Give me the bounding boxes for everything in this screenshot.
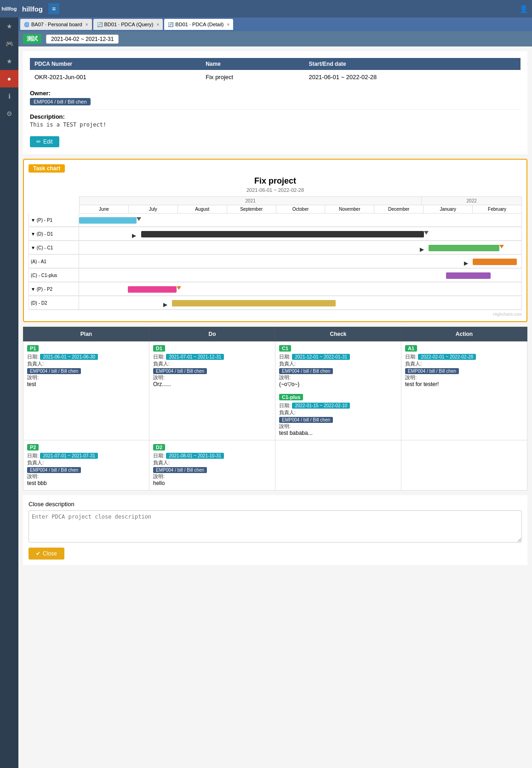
col-name: Name — [201, 58, 304, 70]
sidebar-icon-game[interactable]: 🎮 — [0, 35, 18, 52]
c1plus-desc: test bababa... — [279, 430, 313, 436]
arrow-c1: ▶ — [420, 246, 424, 253]
do-2: D2 日期: 2021-08-01 ~ 2021-10-31 負責人: EMP0… — [149, 440, 275, 491]
p2-desc-label: 說明: — [27, 474, 39, 479]
sidebar: hillfog ★ 🎮 ★ ● ℹ ⚙ — [0, 0, 18, 768]
task-chart-container: Task chart Fix project 2021-06-01 ~ 2022… — [23, 159, 527, 322]
bar-d1 — [141, 231, 424, 237]
row-bars-p1 — [79, 214, 522, 227]
arrow-p2-corner — [177, 286, 181, 290]
tab-bd01-detail-close[interactable]: × — [227, 22, 230, 27]
topbar-left: hillfog ≡ — [22, 3, 59, 14]
tabs-bar: 🌀 BA07 · Personal board × 🔄 BD01 · PDCA … — [18, 17, 532, 31]
year-2021: 2021 — [80, 197, 422, 205]
arrow-p1-down — [137, 217, 141, 221]
edit-button[interactable]: ✏ Edit — [30, 136, 59, 147]
info-section: PDCA Number Name Start/End date OKR-2021… — [23, 51, 527, 154]
c1plus-desc-label: 說明: — [279, 423, 291, 429]
tab-ba07-icon: 🌀 — [24, 22, 29, 27]
tab-bd01-detail[interactable]: 🔄 BD01 · PDCA (Detail) × — [164, 19, 233, 30]
pdca-table: Plan Do Check Action P1 日期: 2021-06-01 ~… — [23, 327, 527, 491]
row-label-d2: (D) - D2 — [29, 296, 79, 310]
month-december: December — [374, 205, 423, 213]
col-do: Do — [149, 327, 275, 341]
p2-date: 2021-07-01 ~ 2021-07-31 — [40, 453, 98, 459]
c1plus-owner-label: 負責人: — [279, 410, 296, 415]
user-icon[interactable]: 👤 — [519, 5, 528, 13]
highcharts-credit: Highcharts.com — [29, 310, 522, 317]
check-1: C1 日期: 2021-12-01 ~ 2022-01-31 負責人: EMP0… — [275, 341, 401, 440]
tab-bd01-query-icon: 🔄 — [97, 22, 103, 27]
d2-desc-label: 說明: — [153, 474, 165, 479]
divider-1 — [30, 109, 521, 110]
row-label-c1plus: (C) - C1-plus — [29, 269, 79, 282]
c1plus-date: 2022-01-15 ~ 2022-02-10 — [292, 403, 350, 409]
a1-desc-label: 說明: — [405, 375, 417, 380]
close-textarea[interactable] — [29, 510, 522, 543]
month-october: October — [276, 205, 326, 213]
plan-1: P1 日期: 2021-06-01 ~ 2021-06-30 負責人: EMP0… — [23, 341, 149, 440]
pdca-date-value: 2021-06-01 ~ 2022-02-28 — [304, 70, 521, 84]
row-label-a1: (A) - A1 — [29, 255, 79, 268]
p1-desc-label: 說明: — [27, 375, 39, 380]
info-table: PDCA Number Name Start/End date OKR-2021… — [30, 58, 521, 84]
month-september: September — [227, 205, 276, 213]
menu-button[interactable]: ≡ — [48, 3, 59, 14]
month-february: February — [473, 205, 521, 213]
sub-header: 測試 2021-04-02 ~ 2021-12-31 — [18, 31, 532, 46]
p2-desc: test bbb — [27, 480, 47, 486]
topbar: hillfog ≡ 👤 — [18, 0, 532, 17]
bar-a1 — [473, 259, 517, 265]
tab-ba07-close[interactable]: × — [86, 22, 88, 27]
action-1: A1 日期: 2022-02-01 ~ 2022-02-28 負責人: EMP0… — [401, 341, 527, 440]
p2-owner-label: 負責人: — [27, 460, 44, 465]
a1-owner-label: 負責人: — [405, 361, 422, 366]
tab-ba07[interactable]: 🌀 BA07 · Personal board × — [20, 19, 92, 30]
sidebar-icon-star[interactable]: ★ — [0, 17, 18, 35]
row-label-c1: ▼ (C) - C1 — [29, 241, 79, 254]
tab-bd01-query[interactable]: 🔄 BD01 · PDCA (Query) × — [93, 19, 163, 30]
month-june: June — [80, 205, 129, 213]
pdca-number-value: OKR-2021-Jun-001 — [30, 70, 201, 84]
badge-d1: D1 — [153, 345, 165, 352]
p2-owner: EMP004 / bill / Bill chen — [27, 467, 81, 473]
tab-bd01-detail-label: BD01 · PDCA (Detail) — [175, 22, 223, 27]
tab-bd01-query-close[interactable]: × — [157, 22, 160, 27]
sidebar-icon-settings[interactable]: ⚙ — [0, 105, 18, 122]
bar-p2 — [128, 286, 177, 293]
badge-c1: C1 — [279, 345, 291, 352]
do-1: D1 日期: 2021-07-01 ~ 2021-12-31 負責人: EMP0… — [149, 341, 275, 440]
gantt-row-d2: (D) - D2 ▶ — [29, 296, 522, 310]
arrow-c1-corner — [499, 245, 504, 248]
row-label-d1: ▼ (D) - D1 — [29, 227, 79, 241]
gantt-row-p2: ▼ (P) - P2 — [29, 283, 522, 296]
pdca-name-value: Fix project — [201, 70, 304, 84]
row-bars-p2 — [79, 283, 522, 296]
col-pdca-number: PDCA Number — [30, 58, 201, 70]
close-label: Close description — [29, 501, 522, 508]
sidebar-icon-info[interactable]: ℹ — [0, 87, 18, 105]
arrow-d1-down — [424, 231, 429, 235]
gantt-row-p1: ▼ (P) - P1 — [29, 214, 522, 227]
c1plus-owner: EMP004 / bill / Bill chen — [279, 417, 333, 423]
pdca-row-2: P2 日期: 2021-07-01 ~ 2021-07-31 負責人: EMP0… — [23, 440, 527, 491]
row-bars-a1: ▶ — [79, 255, 522, 268]
pdca-row-1: P1 日期: 2021-06-01 ~ 2021-06-30 負責人: EMP0… — [23, 341, 527, 440]
edit-icon: ✏ — [36, 139, 41, 145]
sidebar-icon-fav[interactable]: ★ — [0, 52, 18, 70]
d2-owner-label: 負責人: — [153, 460, 170, 465]
c1-date: 2021-12-01 ~ 2022-01-31 — [292, 354, 350, 360]
d1-owner-label: 負責人: — [153, 361, 170, 366]
owner-row: Owner: EMP004 / bill / Bill chen — [30, 90, 521, 105]
description-row: Description: This is a TEST project! — [30, 113, 521, 128]
a1-date-label: 日期: — [405, 354, 417, 359]
p1-date-label: 日期: — [27, 354, 39, 359]
a1-owner: EMP004 / bill / Bill chen — [405, 368, 459, 374]
owner-tag: EMP004 / bill / Bill chen — [30, 98, 91, 105]
sidebar-icon-active[interactable]: ● — [0, 70, 18, 87]
close-button[interactable]: ✔ Close — [29, 548, 64, 560]
description-text: This is a TEST project! — [30, 121, 521, 128]
badge-p2: P2 — [27, 444, 39, 450]
action-2 — [401, 440, 527, 491]
p1-date: 2021-06-01 ~ 2021-06-30 — [40, 354, 98, 360]
